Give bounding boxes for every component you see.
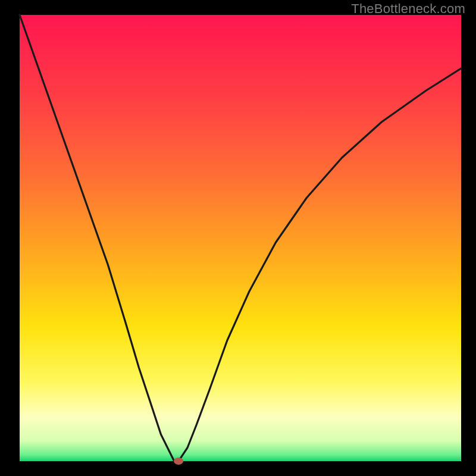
bottleneck-chart bbox=[0, 0, 476, 476]
watermark-label: TheBottleneck.com bbox=[351, 1, 465, 17]
optimal-marker bbox=[174, 458, 183, 465]
plot-background bbox=[20, 15, 461, 461]
chart-frame: TheBottleneck.com bbox=[0, 0, 476, 476]
